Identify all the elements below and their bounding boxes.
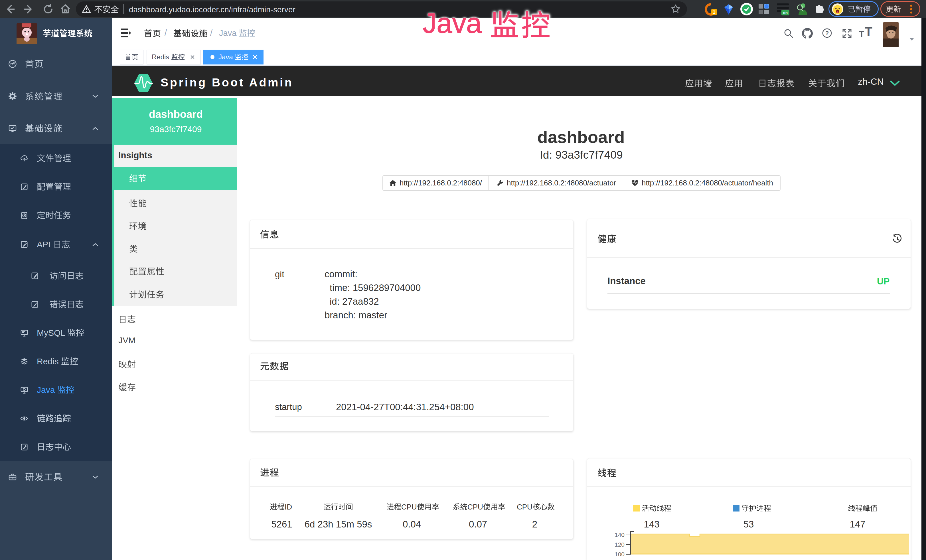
svg-text:1: 1 [713, 10, 716, 15]
svg-text:?: ? [825, 30, 829, 36]
svg-text:on: on [783, 11, 788, 15]
